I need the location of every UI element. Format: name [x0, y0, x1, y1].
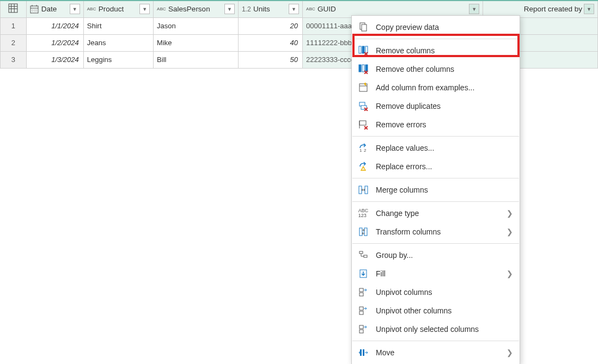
menu-label: Remove duplicates: [376, 102, 513, 110]
cell-units[interactable]: 40: [238, 34, 302, 51]
table-icon: [8, 3, 18, 13]
column-header-salesperson[interactable]: ABC SalesPerson ▼: [154, 1, 239, 17]
menu-label: Add column from examples...: [376, 83, 513, 92]
menu-label: Group by...: [376, 251, 513, 260]
menu-label: Change type: [376, 209, 507, 218]
cell-date[interactable]: 1/2/2024: [26, 34, 83, 51]
menu-unpivot-other-columns[interactable]: Unpivot other columns: [352, 301, 520, 320]
svg-rect-39: [365, 186, 368, 194]
svg-rect-43: [364, 255, 367, 257]
svg-rect-48: [359, 311, 363, 314]
column-label: Report created by: [498, 5, 582, 13]
menu-label: Move: [376, 348, 507, 357]
column-label: Date: [41, 5, 68, 13]
menu-remove-columns[interactable]: Remove columns: [352, 41, 520, 60]
move-icon: [357, 347, 369, 359]
menu-remove-duplicates[interactable]: Remove duplicates: [352, 97, 520, 115]
cell-salesperson[interactable]: Jason: [154, 17, 239, 34]
menu-remove-errors[interactable]: Remove errors: [352, 115, 520, 134]
menu-separator: [352, 136, 519, 137]
column-header-units[interactable]: 1.2 Units ▼: [238, 1, 302, 17]
column-filter-button[interactable]: ▼: [70, 4, 80, 14]
menu-change-type[interactable]: ABC123 Change type ❯: [352, 204, 520, 223]
menu-unpivot-columns[interactable]: Unpivot columns: [352, 283, 520, 301]
menu-copy-preview[interactable]: Copy preview data: [352, 18, 520, 36]
svg-text:2: 2: [364, 148, 367, 153]
menu-label: Remove columns: [376, 46, 513, 55]
column-filter-button[interactable]: ▼: [224, 4, 235, 14]
replace-values-icon: 12: [357, 142, 369, 154]
cell-product[interactable]: Jeans: [83, 34, 153, 51]
row-number: 3: [1, 51, 27, 68]
svg-rect-46: [359, 293, 363, 296]
cell-product[interactable]: Leggins: [83, 51, 153, 68]
svg-rect-50: [359, 330, 363, 333]
context-menu: Copy preview data Remove columns Remove …: [351, 15, 520, 364]
number-type-icon: 1.2: [242, 5, 252, 13]
svg-rect-21: [362, 65, 364, 72]
cell-salesperson[interactable]: Bill: [154, 51, 239, 68]
chevron-right-icon: ❯: [507, 209, 513, 218]
svg-rect-41: [364, 228, 367, 236]
menu-remove-other-columns[interactable]: Remove other columns: [352, 60, 520, 78]
remove-columns-icon: [357, 45, 369, 57]
svg-rect-16: [362, 46, 364, 53]
svg-rect-52: [363, 349, 364, 356]
row-index-header[interactable]: [1, 1, 27, 17]
remove-duplicates-icon: [357, 100, 369, 112]
cell-date[interactable]: 1/1/2024: [26, 17, 83, 34]
svg-rect-0: [9, 4, 18, 13]
column-filter-button[interactable]: ▼: [139, 4, 150, 14]
menu-label: Merge columns: [376, 186, 513, 194]
menu-label: Remove errors: [376, 120, 513, 129]
svg-text:!: !: [363, 166, 364, 170]
cell-salesperson[interactable]: Mike: [154, 34, 239, 51]
cell-date[interactable]: 1/3/2024: [26, 51, 83, 68]
unpivot-other-icon: [357, 305, 369, 317]
column-label: Units: [253, 5, 287, 13]
svg-rect-31: [359, 121, 366, 125]
column-label: SalesPerson: [168, 5, 223, 13]
menu-fill[interactable]: Fill ❯: [352, 264, 520, 283]
menu-label: Unpivot columns: [376, 288, 513, 297]
column-filter-button[interactable]: ▼: [469, 4, 479, 14]
column-label: Product: [99, 5, 138, 13]
menu-replace-values[interactable]: 12 Replace values...: [352, 139, 520, 157]
menu-label: Replace errors...: [376, 162, 513, 171]
row-number: 2: [1, 34, 27, 51]
copy-icon: [357, 21, 369, 33]
menu-label: Remove other columns: [376, 65, 513, 73]
fill-icon: [357, 268, 369, 280]
svg-rect-38: [359, 186, 362, 194]
menu-separator: [352, 39, 519, 39]
column-filter-button[interactable]: ▼: [289, 4, 299, 14]
cell-units[interactable]: 50: [238, 51, 302, 68]
change-type-icon: ABC123: [357, 207, 369, 219]
menu-move[interactable]: Move ❯: [352, 343, 520, 362]
svg-rect-40: [359, 228, 362, 236]
menu-replace-errors[interactable]: ! Replace errors...: [352, 157, 520, 176]
menu-merge-columns[interactable]: Merge columns: [352, 181, 520, 199]
column-filter-button[interactable]: ▼: [584, 4, 594, 14]
column-header-date[interactable]: Date ▼: [26, 1, 83, 17]
menu-label: Transform columns: [376, 227, 507, 236]
cell-units[interactable]: 20: [238, 17, 302, 34]
svg-rect-45: [359, 288, 363, 292]
column-label: GUID: [318, 5, 467, 13]
menu-separator: [352, 243, 519, 244]
column-header-product[interactable]: ABC Product ▼: [83, 1, 153, 17]
svg-rect-14: [362, 24, 367, 31]
menu-label: Replace values...: [376, 144, 513, 152]
text-type-icon: ABC: [306, 7, 316, 11]
menu-label: Unpivot only selected columns: [376, 325, 513, 334]
cell-product[interactable]: Shirt: [83, 17, 153, 34]
menu-transform-columns[interactable]: Transform columns ❯: [352, 223, 520, 241]
svg-rect-20: [359, 65, 361, 72]
menu-separator: [352, 178, 519, 178]
svg-rect-49: [359, 325, 363, 329]
menu-group-by[interactable]: Group by...: [352, 246, 520, 264]
replace-errors-icon: !: [357, 161, 369, 172]
menu-add-column-examples[interactable]: Add column from examples...: [352, 78, 520, 97]
menu-label: Fill: [376, 269, 507, 278]
menu-unpivot-selected-columns[interactable]: Unpivot only selected columns: [352, 320, 520, 338]
